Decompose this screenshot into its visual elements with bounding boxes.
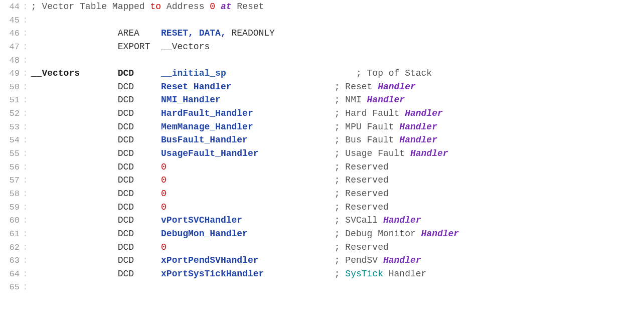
code-line: 58: DCD 0 ; Reserved (0, 187, 644, 201)
line-content: DCD 0 ; Reserved (31, 160, 644, 174)
code-token: ; Reserved (167, 162, 389, 172)
code-line: 53: DCD MemManage_Handler ; MPU Fault Ha… (0, 120, 644, 134)
code-token: DCD (31, 255, 161, 265)
line-content: __Vectors DCD __initial_sp ; Top of Stac… (31, 67, 644, 80)
line-content: DCD 0 ; Reserved (31, 241, 644, 254)
code-line: 45: (0, 14, 644, 27)
code-line: 44:; Vector Table Mapped to Address 0 at… (0, 0, 644, 14)
code-line: 62: DCD 0 ; Reserved (0, 241, 644, 254)
line-number: 57 (0, 175, 23, 187)
code-line: 47: EXPORT __Vectors (0, 40, 644, 54)
code-token: Handler (410, 148, 448, 158)
code-token: __Vectors DCD (31, 68, 161, 78)
line-number: 58 (0, 188, 23, 201)
code-token: DCD (31, 242, 161, 252)
code-token: 0 (161, 189, 167, 199)
line-separator: : (23, 187, 28, 200)
line-content: DCD NMI_Handler ; NMI Handler (31, 93, 644, 106)
line-number: 60 (0, 215, 23, 227)
line-separator: : (23, 120, 28, 133)
line-separator: : (23, 201, 28, 214)
code-line: 49:__Vectors DCD __initial_sp ; Top of S… (0, 67, 644, 80)
code-token: Reset (232, 2, 264, 12)
line-content: DCD HardFault_Handler ; Hard Fault Handl… (31, 107, 644, 120)
line-separator: : (23, 280, 28, 293)
line-separator: : (23, 227, 28, 240)
code-token: ; Debug Monitor (248, 229, 421, 239)
line-number: 51 (0, 94, 23, 107)
code-line: 55: DCD UsageFault_Handler ; Usage Fault… (0, 147, 644, 160)
line-separator: : (23, 14, 28, 27)
line-separator: : (23, 27, 28, 40)
code-token: ; Top of Stack (226, 68, 432, 78)
code-line: 61: DCD DebugMon_Handler ; Debug Monitor… (0, 227, 644, 241)
code-token: MemManage_Handler (161, 122, 253, 132)
line-separator: : (23, 241, 28, 254)
code-token: ; Reserved (167, 202, 389, 212)
code-token: 0 (161, 242, 167, 252)
line-number: 48 (0, 55, 23, 67)
code-token: Handler (383, 255, 421, 265)
line-separator: : (23, 214, 28, 227)
code-token: AREA (31, 28, 161, 38)
line-separator: : (23, 67, 28, 80)
line-content: DCD vPortSVCHandler ; SVCall Handler (31, 214, 644, 227)
line-content: DCD BusFault_Handler ; Bus Fault Handler (31, 133, 644, 146)
line-content: DCD xPortPendSVHandler ; PendSV Handler (31, 254, 644, 267)
code-token: ; SVCall (242, 215, 383, 225)
code-token: DCD (31, 175, 161, 185)
line-content: DCD 0 ; Reserved (31, 201, 644, 214)
code-line: 64: DCD xPortSysTickHandler ; SysTick Ha… (0, 267, 644, 281)
code-token: BusFault_Handler (161, 135, 248, 145)
code-token: DCD (31, 122, 161, 132)
line-number: 61 (0, 228, 23, 241)
code-line: 54: DCD BusFault_Handler ; Bus Fault Han… (0, 133, 644, 147)
code-token: 0 (161, 202, 167, 212)
code-line: 56: DCD 0 ; Reserved (0, 160, 644, 174)
line-separator: : (23, 174, 28, 187)
line-number: 50 (0, 81, 23, 94)
code-token: ; Reset (232, 82, 378, 92)
code-token: DCD (31, 95, 161, 105)
code-token: Reset_Handler (161, 82, 231, 92)
line-number: 64 (0, 268, 23, 281)
code-token: __initial_sp (161, 68, 226, 78)
line-number: 53 (0, 121, 23, 134)
line-number: 45 (0, 15, 23, 27)
line-content: DCD DebugMon_Handler ; Debug Monitor Han… (31, 227, 644, 240)
code-line: 46: AREA RESET, DATA, READONLY (0, 27, 644, 40)
code-token: DCD (31, 189, 161, 199)
line-separator: : (23, 93, 28, 106)
line-separator: : (23, 40, 28, 53)
line-content: ; Vector Table Mapped to Address 0 at Re… (31, 0, 644, 13)
line-content: DCD UsageFault_Handler ; Usage Fault Han… (31, 147, 644, 160)
code-token: DCD (31, 82, 161, 92)
line-content: DCD 0 ; Reserved (31, 187, 644, 200)
code-token: ; Reserved (167, 175, 389, 185)
code-token: vPortSVCHandler (161, 215, 242, 225)
line-content: DCD 0 ; Reserved (31, 174, 644, 187)
line-number: 52 (0, 108, 23, 120)
code-line: 60: DCD vPortSVCHandler ; SVCall Handler (0, 214, 644, 227)
code-token: ; NMI (221, 95, 367, 105)
code-token: Handler (421, 229, 459, 239)
line-content: DCD xPortSysTickHandler ; SysTick Handle… (31, 267, 644, 280)
line-content: EXPORT __Vectors (31, 40, 644, 53)
line-separator: : (23, 147, 28, 160)
line-number: 46 (0, 28, 23, 40)
code-token: ; Reserved (167, 242, 389, 252)
code-token: NMI_Handler (161, 95, 221, 105)
code-token: ; Vector Table Mapped (31, 2, 150, 12)
code-token: DCD (31, 108, 161, 118)
code-line: 50: DCD Reset_Handler ; Reset Handler (0, 80, 644, 94)
code-token: ; PendSV (259, 255, 383, 265)
line-separator: : (23, 80, 28, 93)
code-token: ; Bus Fault (248, 135, 399, 145)
code-token (215, 2, 221, 12)
code-token: READONLY (226, 28, 275, 38)
code-token: 0 (161, 162, 167, 172)
code-token: Handler (383, 215, 421, 225)
code-token: DCD (31, 135, 161, 145)
code-token: xPortSysTickHandler (161, 269, 264, 279)
code-token: at (221, 2, 232, 12)
